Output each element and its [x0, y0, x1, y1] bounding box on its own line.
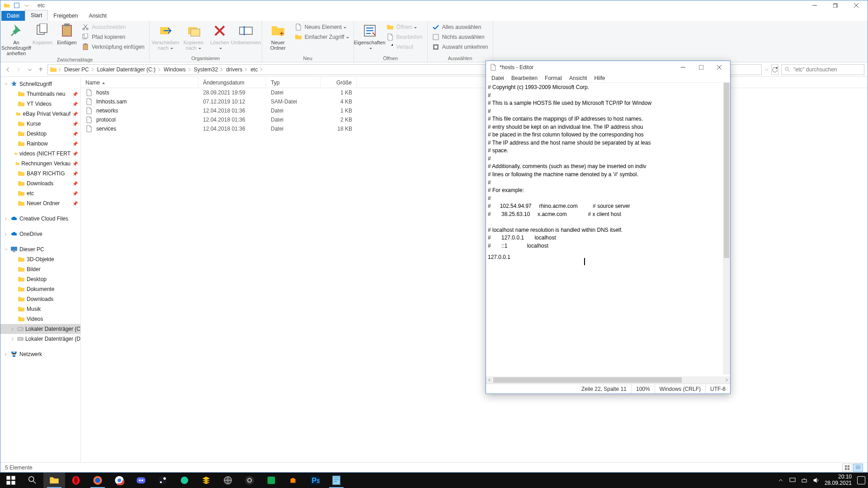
tree-node[interactable]: videos (NICHT FERT📌 — [0, 149, 80, 159]
view-details-button[interactable] — [853, 464, 863, 472]
taskbar-photoshop[interactable]: Ps — [304, 473, 326, 488]
open-button[interactable]: Öffnen — [385, 23, 425, 32]
tree-node[interactable]: Desktop — [0, 274, 80, 284]
file-row[interactable]: networks12.04.2018 01:36Datei1 KB — [81, 106, 868, 115]
breadcrumb-segment[interactable]: Lokaler Datenträger (C:) — [96, 66, 156, 73]
notepad-scrollbar-vertical[interactable] — [723, 83, 730, 375]
column-date[interactable]: Änderungsdatum — [198, 77, 266, 88]
tree-node[interactable]: etc📌 — [0, 188, 80, 198]
file-row[interactable]: protocol12.04.2018 01:36Datei2 KB — [81, 115, 868, 124]
notepad-menu-item[interactable]: Format — [542, 74, 565, 82]
address-history-dropdown[interactable] — [764, 67, 769, 72]
tree-twisty-icon[interactable] — [3, 352, 9, 357]
tree-twisty-icon[interactable] — [3, 248, 9, 252]
qat-properties-icon[interactable] — [12, 1, 21, 10]
explorer-restore-button[interactable] — [825, 0, 846, 10]
notepad-titlebar[interactable]: *hosts - Editor — [486, 61, 730, 74]
nav-back-button[interactable] — [4, 66, 12, 74]
file-row[interactable]: lmhosts.sam07.12.2019 10:12SAM-Datei4 KB — [81, 97, 868, 106]
tab-share[interactable]: Freigeben — [48, 11, 83, 21]
copy-button[interactable]: Kopieren — [31, 22, 54, 45]
view-thumbnails-button[interactable] — [842, 464, 852, 472]
tree-node[interactable]: Bilder — [0, 264, 80, 274]
column-type[interactable]: Typ — [266, 77, 321, 88]
taskbar-chrome[interactable] — [108, 473, 130, 488]
tray-clock[interactable]: 20:10 28.09.2021 — [825, 474, 852, 487]
qat-dropdown-icon[interactable] — [22, 1, 31, 10]
scrollbar-thumb[interactable] — [493, 377, 682, 383]
scrollbar-thumb[interactable] — [724, 83, 729, 258]
tree-node[interactable]: eBay Privat Verkauf📌 — [0, 109, 80, 119]
new-item-button[interactable]: Neues Element — [293, 23, 351, 32]
breadcrumb-segment[interactable]: System32 — [193, 66, 219, 73]
taskbar-opera[interactable] — [65, 473, 87, 488]
new-folder-button[interactable]: Neuer Ordner — [265, 22, 291, 51]
nav-refresh-button[interactable] — [771, 64, 778, 75]
taskbar-firefox[interactable] — [87, 473, 108, 488]
moveto-button[interactable]: Verschieben nach — [152, 22, 179, 51]
column-size[interactable]: Größe — [321, 77, 357, 88]
tab-view[interactable]: Ansicht — [83, 11, 112, 21]
tree-twisty-icon[interactable] — [3, 217, 9, 221]
chevron-right-icon[interactable] — [220, 67, 224, 72]
chevron-right-icon[interactable] — [157, 67, 162, 72]
taskbar-app-orange[interactable] — [282, 473, 304, 488]
taskbar-search-button[interactable] — [22, 473, 43, 488]
chevron-right-icon[interactable] — [259, 67, 264, 72]
tray-network-icon[interactable] — [801, 477, 807, 483]
scroll-left-icon[interactable] — [486, 376, 493, 384]
breadcrumb-segment[interactable]: etc — [250, 66, 259, 73]
notepad-menu-item[interactable]: Datei — [489, 74, 507, 82]
chevron-right-icon[interactable] — [244, 67, 249, 72]
copy-path-button[interactable]: Pfad kopieren — [80, 33, 146, 42]
tree-node[interactable]: YT Videos📌 — [0, 99, 80, 109]
tree-node[interactable]: Videos — [0, 314, 80, 324]
taskbar-steam[interactable] — [152, 473, 174, 488]
breadcrumb-segment[interactable]: drivers — [225, 66, 243, 73]
notepad-scrollbar-horizontal[interactable] — [486, 376, 730, 384]
search-box[interactable] — [781, 64, 864, 75]
notepad-maximize-button[interactable] — [692, 61, 710, 74]
cut-button[interactable]: Ausschneiden — [80, 23, 146, 32]
taskbar-explorer[interactable] — [43, 473, 65, 488]
paste-shortcut-button[interactable]: Verknüpfung einfügen — [80, 42, 146, 52]
tree-node[interactable]: Lokaler Datenträger (D — [0, 334, 80, 344]
file-row[interactable]: services12.04.2018 01:36Datei18 KB — [81, 124, 868, 133]
search-input[interactable] — [793, 66, 861, 73]
rename-button[interactable]: Umbenennen — [233, 22, 259, 45]
tree-node[interactable]: OneDrive — [0, 229, 80, 239]
tray-overflow-icon[interactable] — [778, 477, 784, 483]
delete-button[interactable]: Löschen — [208, 22, 231, 51]
taskbar-discord[interactable] — [130, 473, 152, 488]
tree-twisty-icon[interactable] — [10, 337, 15, 341]
tree-twisty-icon[interactable] — [10, 327, 15, 331]
explorer-minimize-button[interactable] — [804, 0, 825, 10]
chevron-right-icon[interactable] — [188, 67, 192, 72]
notepad-minimize-button[interactable] — [674, 61, 692, 74]
scroll-right-icon[interactable] — [723, 376, 730, 384]
start-button[interactable] — [0, 473, 22, 488]
tree-node[interactable]: Schnellzugriff — [0, 79, 80, 89]
taskbar-notepad[interactable] — [326, 473, 347, 488]
breadcrumb-segment[interactable]: Windows — [163, 66, 187, 73]
tree-twisty-icon[interactable] — [3, 82, 9, 86]
invert-selection-button[interactable]: Auswahl umkehren — [430, 42, 490, 52]
select-all-button[interactable]: Alles auswählen — [430, 23, 490, 32]
tray-monitor-icon[interactable] — [789, 477, 796, 483]
file-row[interactable]: hosts28.09.2021 19:59Datei1 KB — [81, 88, 868, 97]
taskbar-app-green[interactable] — [174, 473, 195, 488]
tree-node[interactable]: Downloads📌 — [0, 178, 80, 188]
column-name[interactable]: Name — [81, 77, 198, 88]
qat-folder-icon[interactable] — [2, 1, 11, 10]
tray-volume-icon[interactable] — [813, 477, 819, 483]
taskbar-obs[interactable] — [239, 473, 260, 488]
tree-node[interactable]: 3D-Objekte — [0, 254, 80, 264]
tree-node[interactable]: Rainbow📌 — [0, 139, 80, 149]
notepad-menu-item[interactable]: Ansicht — [566, 74, 590, 82]
copyto-button[interactable]: Kopieren nach — [180, 22, 207, 51]
explorer-close-button[interactable] — [846, 0, 867, 10]
select-none-button[interactable]: Nichts auswählen — [430, 33, 490, 42]
taskbar-app-globe[interactable] — [217, 473, 239, 488]
tab-start[interactable]: Start — [25, 10, 48, 21]
notepad-menu-item[interactable]: Bearbeiten — [509, 74, 540, 82]
